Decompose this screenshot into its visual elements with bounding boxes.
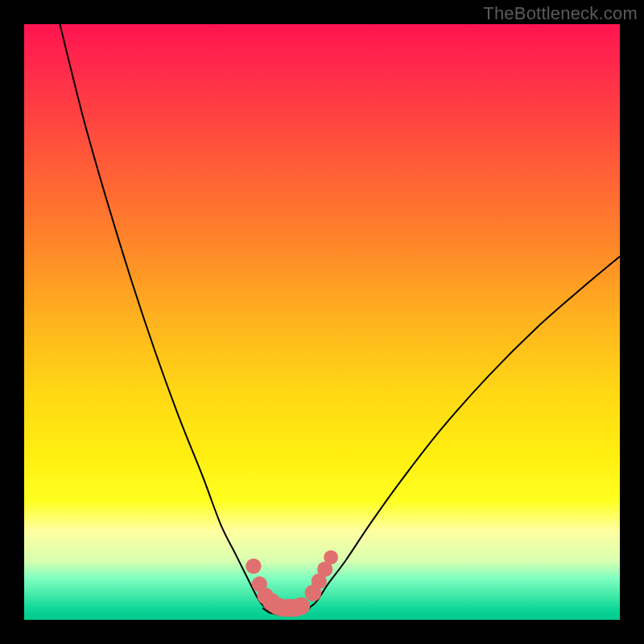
chart-frame: TheBottleneck.com: [0, 0, 644, 644]
watermark-text: TheBottleneck.com: [483, 3, 638, 24]
data-marker: [324, 550, 338, 564]
right-curve: [304, 257, 620, 611]
plot-area: [24, 24, 620, 620]
data-marker: [292, 597, 310, 615]
left-curve: [60, 24, 268, 611]
chart-svg: [24, 24, 620, 620]
data-marker: [246, 559, 261, 574]
marker-group: [246, 550, 338, 617]
